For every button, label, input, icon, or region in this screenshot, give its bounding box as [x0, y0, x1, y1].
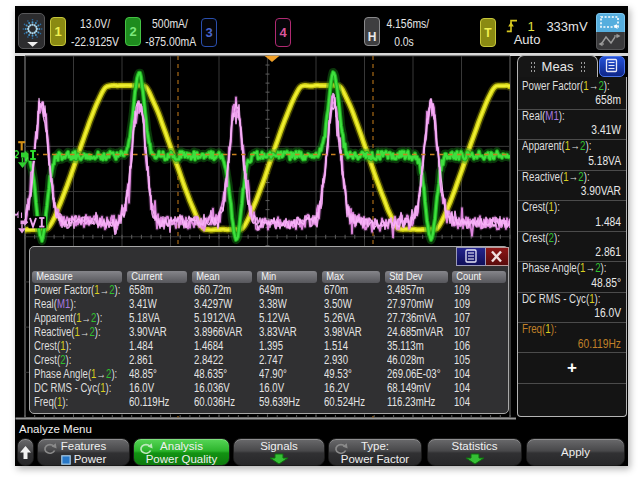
table-value: 48.85°	[129, 368, 157, 382]
channel-4-button[interactable]: 4	[275, 18, 291, 47]
table-header-std-dev: Std Dev	[385, 271, 448, 283]
horizontal-button[interactable]: H	[364, 17, 380, 46]
measurement-list: Power Factor(1→2):658mReal(M1):3.41WAppa…	[518, 80, 626, 354]
table-row: Power Factor(1→2):658m660.72m649m670m3.4…	[34, 284, 506, 298]
table-row: Crest(2):2.8612.84222.7472.93046.028m105	[34, 354, 506, 368]
table-value: 104	[454, 368, 470, 382]
table-value: 107	[454, 326, 470, 340]
measurement-item[interactable]: Reactive(1→2):3.90VAR	[518, 171, 626, 201]
table-value: 2.861	[129, 354, 153, 368]
measurement-item[interactable]: Power Factor(1→2):658m	[518, 80, 626, 110]
measurement-label: Real(M1):	[522, 110, 599, 124]
table-value: 269.06E-03°	[387, 368, 440, 382]
menu-back-button[interactable]	[17, 438, 34, 466]
table-measure-name: Real(M1):	[34, 298, 76, 312]
table-value: 3.4857m	[387, 284, 424, 298]
table-value: 1.395	[259, 340, 283, 354]
table-value: 60.036Hz	[194, 396, 235, 410]
close-icon	[486, 248, 507, 265]
table-value: 3.98VAR	[324, 326, 362, 340]
list-icon	[600, 57, 623, 75]
softkey-type[interactable]: Type:Power Factor	[328, 438, 422, 466]
measurement-value: 16.0V	[540, 306, 621, 321]
softkey-statistics[interactable]: Statistics	[427, 438, 522, 466]
softkey-features[interactable]: FeaturesPower	[37, 438, 130, 466]
softkey-dropdown	[428, 453, 521, 465]
table-measure-name: Phase Angle(1→2):	[34, 368, 117, 382]
refresh-icon	[42, 442, 57, 455]
table-close-button[interactable]	[486, 247, 509, 266]
table-row: Freq(1):60.119Hz60.036Hz59.639Hz60.524Hz…	[34, 396, 506, 410]
measurements-sidebar: Meas Power Factor(1→2):658mReal(M1):3.41…	[517, 55, 627, 417]
table-value: 104	[454, 396, 470, 410]
table-measure-name: Crest(1):	[34, 340, 71, 354]
measurement-item[interactable]: Apparent(1→2):5.18VA	[518, 140, 626, 170]
measurement-item[interactable]: Crest(2):2.861	[518, 232, 626, 262]
channel-1-settings: 13.0V/ -22.9125V	[64, 15, 126, 50]
table-row: Real(M1):3.41W3.4297W3.38W3.50W27.970mW1…	[34, 298, 506, 312]
table-measure-name: Power Factor(1→2):	[34, 284, 120, 298]
measurement-value: 5.18VA	[540, 154, 621, 169]
measurement-value: 3.41W	[540, 123, 621, 138]
checkbox-icon	[61, 455, 71, 465]
table-value: 2.8422	[194, 354, 223, 368]
zoom-select-button[interactable]	[596, 13, 625, 32]
measurement-label: Crest(2):	[522, 232, 599, 246]
measurement-item[interactable]: Crest(1):1.484	[518, 201, 626, 231]
softkey-dropdown	[234, 453, 324, 465]
meas-panel-title: Meas	[542, 59, 574, 74]
meas-menu-button[interactable]	[599, 56, 625, 77]
trigger-mode: Auto	[510, 32, 544, 47]
table-measure-name: Crest(2):	[34, 354, 71, 368]
table-row: Reactive(1→2):3.90VAR3.8966VAR3.83VAR3.9…	[34, 326, 506, 340]
meas-panel-tab[interactable]: Meas	[517, 55, 598, 77]
table-value: 27.736mVA	[387, 312, 436, 326]
table-measure-name: DC RMS - Cyc(1):	[34, 382, 111, 396]
main-menu-button[interactable]	[18, 13, 45, 49]
table-row: Crest(1):1.4841.46841.3951.51435.113m106	[34, 340, 506, 354]
table-value: 658m	[129, 284, 153, 298]
softkey-analysis[interactable]: AnalysisPower Quality	[133, 438, 230, 466]
channel-1-offset: -22.9125V	[70, 33, 120, 51]
measurement-label: DC RMS - Cyc(1):	[522, 293, 599, 307]
measurement-item[interactable]: Real(M1):3.41W	[518, 110, 626, 140]
table-value: 60.119Hz	[129, 396, 169, 410]
table-menu-button[interactable]	[456, 247, 486, 266]
table-value: 49.53°	[324, 368, 352, 382]
list-icon	[457, 248, 485, 265]
channel-2-offset: -875.00mA	[145, 33, 195, 51]
table-value: 24.685mVAR	[387, 326, 443, 340]
measurement-item[interactable]: Phase Angle(1→2):48.85°	[518, 262, 626, 292]
measurement-label: Reactive(1→2):	[522, 171, 599, 185]
softkey-signals[interactable]: Signals	[233, 438, 325, 466]
table-value: 104	[454, 382, 470, 396]
table-value: 2.930	[324, 354, 348, 368]
table-value: 16.0V	[259, 382, 284, 396]
measurement-item[interactable]: Freq(1):60.119Hz	[518, 323, 626, 353]
softkey-apply[interactable]: Apply	[526, 438, 625, 466]
table-value: 3.90VAR	[129, 326, 167, 340]
table-value: 3.4297W	[194, 298, 232, 312]
table-value: 1.484	[129, 340, 153, 354]
pan-waveform-button[interactable]	[596, 32, 625, 50]
table-value: 47.90°	[259, 368, 287, 382]
add-measurement-button[interactable]: +	[518, 353, 626, 384]
table-row: Phase Angle(1→2):48.85°48.635°47.90°49.5…	[34, 368, 506, 382]
down-arrow-icon	[268, 453, 290, 465]
trigger-button[interactable]: T	[480, 18, 496, 47]
table-row: Apparent(1→2):5.18VA5.1912VA5.12VA5.26VA…	[34, 312, 506, 326]
table-value: 105	[454, 354, 470, 368]
measurement-value: 1.484	[540, 215, 621, 230]
table-value: 109	[454, 284, 470, 298]
table-value: 16.0V	[129, 382, 154, 396]
horizontal-delay: 0.0s	[386, 33, 421, 51]
measurement-item[interactable]: DC RMS - Cyc(1):16.0V	[518, 293, 626, 323]
table-row: DC RMS - Cyc(1):16.0V16.036V16.0V16.2V68…	[34, 382, 506, 396]
channel-1-scale: 13.0V/	[70, 15, 120, 33]
table-value: 116.23mHz	[387, 396, 435, 410]
channel-3-button[interactable]: 3	[201, 18, 217, 47]
table-header-max: Max	[322, 271, 380, 283]
measurement-label: Crest(1):	[522, 201, 599, 215]
table-header-current: Current	[127, 271, 187, 283]
dropdown-arrow-icon	[27, 42, 38, 47]
